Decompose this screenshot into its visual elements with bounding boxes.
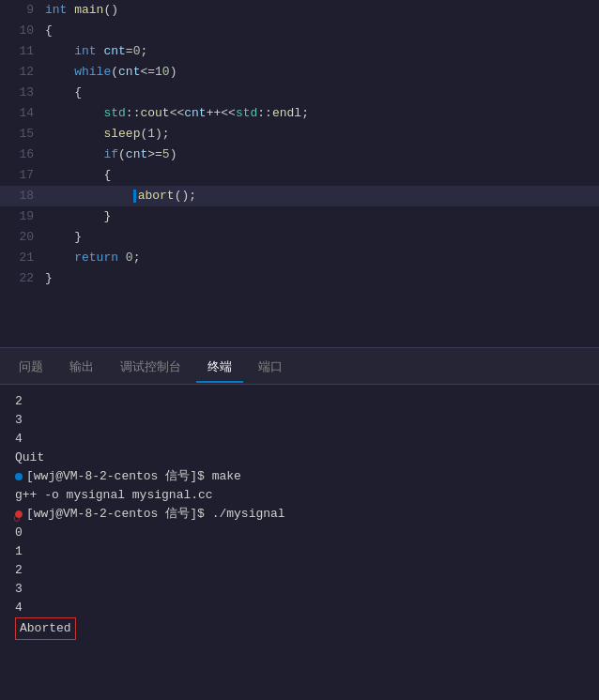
token bbox=[45, 127, 103, 141]
token: cnt bbox=[126, 147, 147, 161]
token: while bbox=[74, 65, 111, 79]
line-number: 17 bbox=[0, 165, 45, 186]
token: cout bbox=[140, 106, 169, 120]
token: ; bbox=[140, 44, 147, 58]
token: 1 bbox=[147, 127, 155, 141]
token: 5 bbox=[162, 147, 170, 161]
line-content: } bbox=[45, 206, 111, 227]
token bbox=[45, 65, 74, 79]
prompt-text: [wwj@VM-8-2-centos 信号]$ make bbox=[26, 467, 241, 486]
token: cnt bbox=[103, 44, 125, 58]
terminal-line: g++ -o mysignal mysignal.cc bbox=[15, 486, 584, 505]
line-content: if(cnt>=5) bbox=[45, 145, 177, 165]
terminal-line: 3 bbox=[15, 580, 584, 599]
code-line: 21 return 0; bbox=[0, 248, 599, 268]
code-line: 9int main() bbox=[0, 0, 599, 21]
token: } bbox=[45, 209, 111, 223]
prompt-dot-red bbox=[15, 510, 23, 518]
token: endl bbox=[272, 106, 301, 120]
code-line: 11 int cnt=0; bbox=[0, 41, 599, 62]
token: ; bbox=[301, 106, 309, 120]
code-line: 19 } bbox=[0, 206, 599, 227]
line-number: 12 bbox=[0, 62, 45, 83]
token: { bbox=[45, 23, 53, 38]
line-content: std::cout<<cnt++<<std::endl; bbox=[45, 103, 309, 124]
line-number: 10 bbox=[0, 21, 45, 41]
code-line: 12 while(cnt<=10) bbox=[0, 62, 599, 83]
line-content: sleep(1); bbox=[45, 124, 170, 145]
terminal-line: 2 bbox=[15, 392, 584, 411]
tab-bar: 问题输出调试控制台终端端口 bbox=[0, 351, 599, 385]
prompt-line-error: [wwj@VM-8-2-centos 信号]$ ./mysignal bbox=[15, 505, 584, 524]
line-number: 14 bbox=[0, 103, 45, 124]
token: >= bbox=[147, 147, 162, 161]
prompt-dot-blue bbox=[15, 473, 23, 480]
line-content: int main() bbox=[45, 0, 118, 21]
terminal-line: 1 bbox=[15, 542, 584, 561]
tab-问题[interactable]: 问题 bbox=[8, 353, 54, 383]
line-number: 18 bbox=[0, 186, 45, 206]
tab-输出[interactable]: 输出 bbox=[58, 353, 105, 383]
prompt-line: [wwj@VM-8-2-centos 信号]$ make bbox=[15, 467, 584, 486]
token: std bbox=[103, 106, 125, 120]
token: std bbox=[236, 106, 257, 120]
code-line: 14 std::cout<<cnt++<<std::endl; bbox=[0, 103, 599, 124]
code-line: 20 } bbox=[0, 227, 599, 248]
terminal-line: 4 bbox=[15, 430, 584, 449]
line-content: { bbox=[45, 83, 82, 103]
tab-终端[interactable]: 终端 bbox=[196, 353, 243, 383]
aborted-label: Aborted bbox=[15, 617, 76, 640]
line-content: return 0; bbox=[45, 248, 140, 268]
line-number: 9 bbox=[0, 0, 45, 21]
tab-调试控制台[interactable]: 调试控制台 bbox=[109, 353, 192, 383]
terminal[interactable]: 234Quit[wwj@VM-8-2-centos 信号]$ makeg++ -… bbox=[0, 385, 599, 700]
terminal-line: Quit bbox=[15, 449, 584, 467]
line-number: 21 bbox=[0, 248, 45, 268]
line-number: 22 bbox=[0, 268, 45, 289]
token: ) bbox=[170, 147, 177, 161]
token: <= bbox=[140, 65, 155, 79]
code-line: 18 abort(); bbox=[0, 186, 599, 206]
terminal-line: 2 bbox=[15, 561, 584, 580]
terminal-line: 0 bbox=[15, 524, 584, 542]
token: { bbox=[45, 168, 111, 182]
line-number: 15 bbox=[0, 124, 45, 145]
token: ( bbox=[118, 147, 126, 161]
token: int bbox=[45, 3, 74, 17]
panel: 问题输出调试控制台终端端口 234Quit[wwj@VM-8-2-centos … bbox=[0, 351, 599, 700]
token bbox=[45, 147, 103, 161]
code-line: 17 { bbox=[0, 165, 599, 186]
tab-端口[interactable]: 端口 bbox=[247, 353, 294, 383]
line-content: { bbox=[45, 165, 111, 186]
token bbox=[45, 106, 103, 120]
line-content: abort(); bbox=[45, 186, 196, 206]
token: { bbox=[45, 85, 82, 99]
token: :: bbox=[126, 106, 141, 120]
line-content: { bbox=[45, 21, 53, 41]
terminal-line: 3 bbox=[15, 411, 584, 430]
token: (); bbox=[175, 189, 196, 203]
token: sleep bbox=[103, 127, 140, 141]
line-content: } bbox=[45, 268, 53, 289]
code-line: 13 { bbox=[0, 83, 599, 103]
token: return bbox=[74, 251, 126, 265]
line-number: 19 bbox=[0, 206, 45, 227]
line-number: 11 bbox=[0, 41, 45, 62]
token: int bbox=[74, 44, 103, 58]
line-number: 20 bbox=[0, 227, 45, 248]
line-number: 16 bbox=[0, 145, 45, 165]
token: :: bbox=[257, 106, 272, 120]
code-line: 15 sleep(1); bbox=[0, 124, 599, 145]
cursor-indicator bbox=[133, 190, 136, 203]
aborted-line: Aborted bbox=[15, 617, 584, 640]
token: } bbox=[45, 230, 82, 244]
token: ) bbox=[170, 65, 177, 79]
token: if bbox=[103, 147, 118, 161]
token: ; bbox=[133, 251, 141, 265]
token: cnt bbox=[118, 65, 140, 79]
token bbox=[45, 189, 133, 203]
token bbox=[45, 251, 74, 265]
token: << bbox=[170, 106, 185, 120]
terminal-line: 4 bbox=[15, 599, 584, 617]
token: () bbox=[103, 3, 118, 17]
